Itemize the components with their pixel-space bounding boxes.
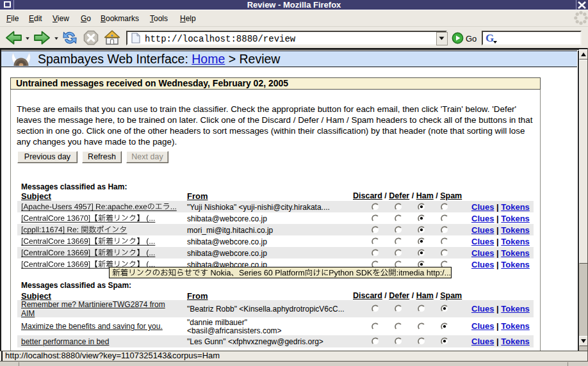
svg-text:G: G [486, 33, 494, 44]
